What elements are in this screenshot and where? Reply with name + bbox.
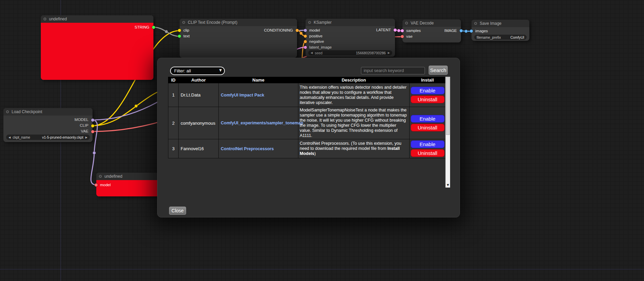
ckpt-name-widget[interactable]: ◀ ckpt_name v1-5-pruned-emaonly.ckpt ▶ (6, 135, 90, 140)
slot-dot-clip-output[interactable] (91, 124, 94, 127)
widget-value[interactable]: v1-5-pruned-emaonly.ckpt (42, 135, 83, 139)
output-slot-label: LATENT (376, 28, 391, 32)
node-title-bar[interactable]: CLIP Text Encode (Prompt) (180, 19, 297, 26)
link-midpoint-dot (300, 32, 303, 35)
node-undefined-bottom[interactable]: undefined model (96, 173, 161, 196)
node-title: Load Checkpoint (12, 109, 42, 114)
header-id: ID (168, 77, 179, 83)
header-description: Description (298, 77, 410, 83)
slot-dot-model-input[interactable] (95, 183, 98, 187)
widget-value[interactable]: ComfyUI (510, 35, 524, 39)
ext-author: Fannovel16 (179, 139, 219, 158)
seed-increment-icon[interactable]: ▶ (388, 51, 390, 54)
slot-dot-image-output[interactable] (460, 29, 463, 32)
link-midpoint-dot (165, 30, 168, 33)
extensions-table-wrap: ID Author Name Description Install 1 Dr.… (168, 77, 450, 188)
scrollbar-thumb[interactable] (446, 77, 450, 135)
ext-name-link[interactable]: ComfyUI Impact Pack (221, 93, 264, 98)
input-slot-label: clip (183, 28, 189, 32)
seed-widget-label: seed (315, 51, 323, 55)
slot-dot-clip-input[interactable] (178, 29, 181, 32)
input-slot-label: samples (406, 29, 421, 33)
output-slot-label: CONDITIONING (264, 28, 293, 32)
node-title-bar[interactable]: undefined (96, 173, 161, 180)
enable-button[interactable]: Enable (411, 140, 445, 148)
node-title-bar[interactable]: KSampler (306, 19, 395, 26)
collapse-dot-icon[interactable] (405, 22, 408, 24)
link-midpoint-dot (465, 30, 468, 33)
slot-dot-latent-image-input[interactable] (304, 46, 307, 49)
slot-dot-conditioning-output[interactable] (296, 29, 299, 32)
wire-string-to-text (153, 27, 180, 36)
search-input[interactable] (361, 67, 425, 74)
ext-name-link[interactable]: ComfyUI_experiments/sampler_tonemap (221, 121, 303, 125)
node-title-bar[interactable]: Save Image (472, 20, 529, 27)
header-install: Install (410, 77, 446, 83)
output-slot-label: MODEL (75, 118, 88, 122)
filter-select[interactable]: Filter: all (170, 67, 225, 75)
enable-button[interactable]: Enable (411, 115, 445, 123)
uninstall-button[interactable]: Uninstall (411, 95, 445, 103)
input-slot-label: text (183, 34, 190, 38)
table-scrollbar[interactable]: ▼ (445, 77, 450, 188)
input-slot-label: model (100, 183, 111, 187)
ext-description-text: ) (314, 151, 316, 156)
node-title-bar[interactable]: Load Checkpoint (3, 108, 93, 116)
ckpt-next-icon[interactable]: ▶ (85, 136, 87, 139)
output-slot-label: IMAGE (444, 29, 457, 33)
slot-dot-images-input[interactable] (470, 30, 473, 33)
node-clip-text-encode[interactable]: CLIP Text Encode (Prompt) clip text COND… (180, 19, 297, 58)
link-midpoint-dot (397, 29, 400, 32)
uninstall-button[interactable]: Uninstall (411, 124, 445, 131)
table-row: 3 Fannovel16 ControlNet Preprocessors Co… (168, 139, 446, 158)
node-graph-canvas[interactable]: undefined STRING CLIP Text Encode (Promp… (0, 0, 644, 281)
seed-widget[interactable]: ◀ seed 156680208700286 ▶ (308, 50, 392, 55)
ext-author: comfyanonymous (179, 107, 219, 139)
ext-id: 1 (168, 83, 179, 107)
search-button[interactable]: Search (429, 66, 448, 75)
widget-label: ckpt_name (13, 135, 30, 139)
node-title-bar[interactable]: VAE Decode (402, 19, 461, 27)
output-slot-label: CLIP (80, 123, 88, 127)
slot-dot-vae-output[interactable] (91, 130, 94, 133)
seed-decrement-icon[interactable]: ◀ (311, 51, 313, 54)
slot-dot-string-output[interactable] (152, 26, 155, 29)
ext-id: 3 (168, 139, 179, 158)
slot-dot-model-output[interactable] (91, 119, 94, 122)
enable-button[interactable]: Enable (411, 87, 445, 94)
collapse-dot-icon[interactable] (99, 175, 102, 178)
scrollbar-down-arrow-icon[interactable]: ▼ (446, 183, 450, 188)
node-ksampler[interactable]: KSampler model positive negative latent_… (306, 19, 395, 57)
ext-description: ModelSamplerTonemapNoiseTest a node that… (298, 107, 410, 139)
input-slot-label: latent_image (309, 45, 332, 49)
ext-description: This extension offers various detector n… (298, 83, 410, 107)
node-title: VAE Decode (411, 21, 434, 25)
node-title-bar[interactable]: undefined (41, 15, 153, 23)
collapse-dot-icon[interactable] (44, 18, 46, 20)
collapse-dot-icon[interactable] (474, 22, 477, 25)
uninstall-button[interactable]: Uninstall (411, 149, 445, 157)
slot-dot-vae-input[interactable] (401, 35, 404, 38)
node-undefined-top[interactable]: undefined STRING (41, 15, 153, 80)
node-load-checkpoint[interactable]: Load Checkpoint MODEL CLIP VAE ◀ ckpt_na… (3, 108, 93, 142)
node-title: undefined (104, 174, 122, 179)
slot-dot-negative-input[interactable] (304, 40, 307, 43)
ext-name-link[interactable]: ControlNet Preprocessors (221, 146, 274, 151)
ckpt-prev-icon[interactable]: ◀ (9, 136, 11, 139)
node-vae-decode[interactable]: VAE Decode samples vae IMAGE (402, 19, 461, 42)
close-button[interactable]: Close (169, 207, 186, 215)
collapse-dot-icon[interactable] (182, 21, 185, 24)
node-save-image[interactable]: Save Image images filename_prefix ComfyU… (472, 20, 529, 41)
slot-dot-positive-input[interactable] (304, 35, 307, 38)
collapse-dot-icon[interactable] (308, 21, 311, 24)
slot-dot-samples-input[interactable] (401, 29, 404, 32)
slot-dot-latent-output[interactable] (394, 29, 397, 32)
ext-author: Dr.Lt.Data (179, 83, 219, 107)
slot-dot-text-input[interactable] (178, 35, 181, 38)
collapse-dot-icon[interactable] (6, 110, 9, 113)
slot-dot-model-input[interactable] (304, 29, 307, 32)
seed-widget-value[interactable]: 156680208700286 (356, 51, 386, 55)
widget-label: filename_prefix (477, 35, 501, 39)
filename-prefix-widget[interactable]: filename_prefix ComfyUI (474, 35, 527, 40)
extensions-table: ID Author Name Description Install 1 Dr.… (168, 77, 446, 158)
